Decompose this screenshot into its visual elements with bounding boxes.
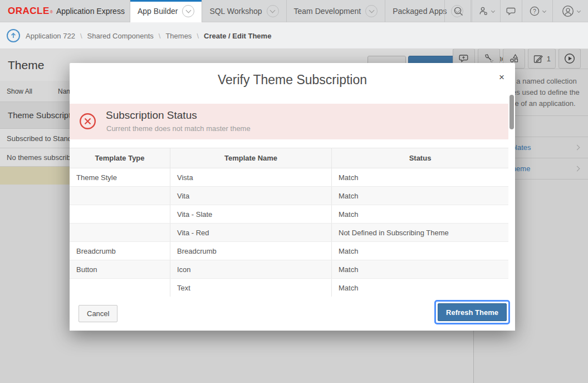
account-icon xyxy=(561,4,575,18)
nav-tab-app-builder[interactable]: App Builder xyxy=(130,0,202,22)
table-row: Vita - SlateMatch xyxy=(70,205,508,224)
breadcrumb-current: Create / Edit Theme xyxy=(204,32,271,40)
oracle-apex-logo: ORACLE ® Application Express xyxy=(8,0,125,22)
nav-tab-sql-workshop[interactable]: SQL Workshop xyxy=(202,0,286,22)
top-navigation-bar: ORACLE ® Application Express App Builder… xyxy=(0,0,588,22)
table-cell: Match xyxy=(331,279,508,297)
table-cell: Text xyxy=(170,279,331,297)
table-cell: Vita xyxy=(170,187,331,205)
table-row: BreadcrumbBreadcrumbMatch xyxy=(70,242,508,260)
dialog-title: Verify Theme Subscription xyxy=(70,63,515,96)
table-cell: Theme Style xyxy=(70,168,170,186)
product-name: Application Express xyxy=(56,7,125,16)
table-cell: Not Defined in Subscribing Theme xyxy=(331,224,508,241)
table-cell: Match xyxy=(331,168,508,186)
table-cell xyxy=(70,224,170,241)
table-cell: Breadcrumb xyxy=(70,242,170,260)
table-row: Theme StyleVistaMatch xyxy=(70,168,508,187)
breadcrumb-separator: \ xyxy=(192,32,204,40)
nav-tab-label: App Builder xyxy=(138,7,178,16)
breadcrumb-item[interactable]: Shared Components xyxy=(87,32,154,40)
nav-tab-label: Packaged Apps xyxy=(393,7,447,16)
template-status-table: Template TypeTemplate NameStatus Theme S… xyxy=(70,148,508,297)
table-cell: Match xyxy=(331,187,508,205)
table-cell: Vita - Red xyxy=(170,224,331,241)
table-cell: Match xyxy=(331,242,508,260)
chevron-down-icon xyxy=(267,5,279,17)
column-header-template-name: Template Name xyxy=(170,148,331,168)
table-cell xyxy=(70,279,170,297)
up-level-button[interactable] xyxy=(7,29,20,42)
table-cell xyxy=(70,205,170,223)
refresh-theme-button[interactable]: Refresh Theme xyxy=(438,303,507,321)
dialog-footer: Cancel Refresh Theme xyxy=(70,297,515,331)
table-cell: Match xyxy=(331,205,508,223)
nav-utility-icons: ? xyxy=(444,0,588,22)
feedback-button[interactable] xyxy=(500,0,522,22)
table-cell: Match xyxy=(331,260,508,278)
dialog-scrollbar[interactable] xyxy=(509,95,514,129)
chevron-down-icon xyxy=(182,5,194,17)
svg-text:?: ? xyxy=(533,8,536,14)
oracle-wordmark: ORACLE xyxy=(8,6,50,17)
chevron-down-icon xyxy=(542,8,546,12)
close-icon[interactable]: × xyxy=(499,72,504,82)
table-cell: Breadcrumb xyxy=(170,242,331,260)
nav-tab-label: Team Development xyxy=(294,7,361,16)
help-icon: ? xyxy=(529,6,540,17)
breadcrumb-bar: Application 722\Shared Components\Themes… xyxy=(0,23,588,49)
table-row: Vita - RedNot Defined in Subscribing The… xyxy=(70,224,508,242)
table-cell xyxy=(70,187,170,205)
registered-mark: ® xyxy=(50,10,53,14)
nav-tab-label: SQL Workshop xyxy=(209,7,262,16)
search-icon xyxy=(453,6,464,17)
dialog-title-bar: Verify Theme Subscription × xyxy=(70,63,515,95)
chevron-down-icon xyxy=(365,5,378,17)
nav-tabs: App BuilderSQL WorkshopTeam DevelopmentP… xyxy=(130,0,471,22)
help-menu[interactable]: ? xyxy=(522,0,552,22)
breadcrumb-item[interactable]: Themes xyxy=(165,32,192,40)
administration-icon xyxy=(478,6,489,16)
table-row: VitaMatch xyxy=(70,187,508,205)
arrow-up-icon xyxy=(10,32,17,39)
alert-title: Subscription Status xyxy=(106,109,197,122)
table-cell: Vita - Slate xyxy=(170,205,331,223)
focus-ring: Refresh Theme xyxy=(434,300,510,324)
column-header-template-type: Template Type xyxy=(70,148,170,168)
chevron-down-icon xyxy=(576,8,580,12)
administration-menu[interactable] xyxy=(472,0,500,22)
alert-message: Current theme does not match master them… xyxy=(106,124,251,133)
error-icon xyxy=(79,113,96,130)
table-cell: Vista xyxy=(170,168,331,186)
breadcrumb: Application 722\Shared Components\Themes… xyxy=(26,23,271,49)
table-cell: Button xyxy=(70,260,170,278)
breadcrumb-separator: \ xyxy=(75,32,87,40)
table-header-row: Template TypeTemplate NameStatus xyxy=(70,148,508,168)
dialog-body: Subscription Status Current theme does n… xyxy=(70,95,515,297)
feedback-icon xyxy=(506,6,517,16)
cancel-button[interactable]: Cancel xyxy=(79,305,117,322)
search-button[interactable] xyxy=(444,0,472,22)
subscription-status-alert: Subscription Status Current theme does n… xyxy=(70,104,508,139)
breadcrumb-item[interactable]: Application 722 xyxy=(26,32,75,40)
chevron-down-icon xyxy=(491,8,494,12)
column-header-status: Status xyxy=(331,148,508,168)
verify-theme-subscription-dialog: Verify Theme Subscription × Subscription… xyxy=(70,63,515,331)
table-row: TextMatch xyxy=(70,279,508,297)
table-row: ButtonIconMatch xyxy=(70,260,508,279)
table-cell: Icon xyxy=(170,260,331,278)
nav-tab-team-development[interactable]: Team Development xyxy=(286,0,385,22)
breadcrumb-separator: \ xyxy=(154,32,166,40)
account-menu[interactable] xyxy=(552,0,588,22)
